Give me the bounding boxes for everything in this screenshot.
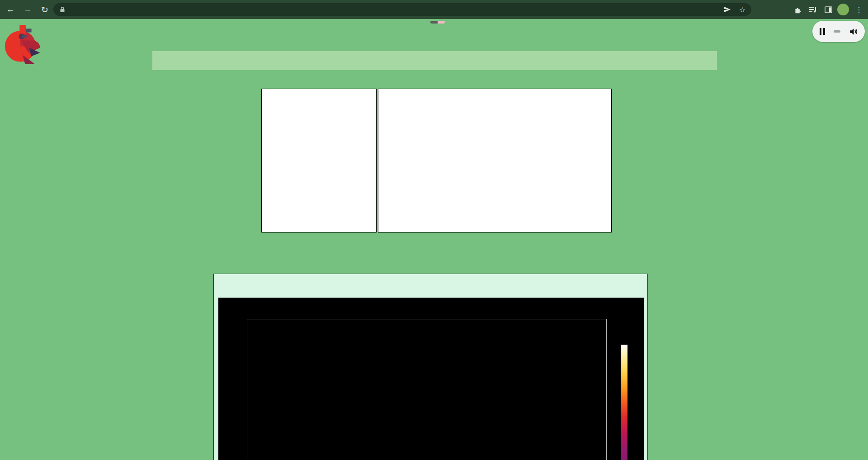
forward-icon[interactable]: → bbox=[21, 3, 34, 16]
version-label bbox=[430, 21, 438, 24]
cardinal-logo-image bbox=[5, 22, 46, 64]
reload-icon[interactable]: ↻ bbox=[38, 3, 52, 16]
colorbar bbox=[621, 345, 627, 460]
audio-player[interactable] bbox=[812, 21, 865, 42]
spectrogram-image bbox=[247, 319, 606, 460]
hourly-heatmap bbox=[378, 89, 612, 232]
back-icon[interactable]: ← bbox=[4, 3, 17, 16]
version-badge bbox=[430, 21, 445, 24]
lock-icon bbox=[60, 6, 65, 13]
birdnetpi-logo bbox=[5, 22, 46, 64]
spectrogram bbox=[218, 298, 644, 460]
extensions-icon[interactable] bbox=[791, 3, 804, 16]
species-heading bbox=[214, 277, 647, 286]
send-icon[interactable] bbox=[721, 3, 733, 16]
sidebar-icon[interactable] bbox=[822, 3, 835, 16]
detections-bar-plot bbox=[261, 89, 377, 232]
url-bar[interactable] bbox=[53, 3, 751, 16]
pause-icon[interactable] bbox=[820, 28, 825, 35]
version-value bbox=[438, 21, 445, 24]
browser-toolbar: ← → ↻ ☆ ⋮ bbox=[0, 0, 868, 19]
top10-chart bbox=[194, 89, 615, 255]
nav-bar bbox=[152, 51, 717, 70]
menu-dots-icon[interactable]: ⋮ bbox=[853, 3, 865, 16]
seek-dash[interactable] bbox=[834, 30, 840, 33]
star-icon[interactable]: ☆ bbox=[736, 3, 749, 16]
detection-card bbox=[213, 274, 648, 460]
playlist-icon[interactable] bbox=[807, 3, 819, 16]
avatar[interactable] bbox=[837, 4, 849, 15]
volume-icon[interactable] bbox=[849, 28, 858, 36]
